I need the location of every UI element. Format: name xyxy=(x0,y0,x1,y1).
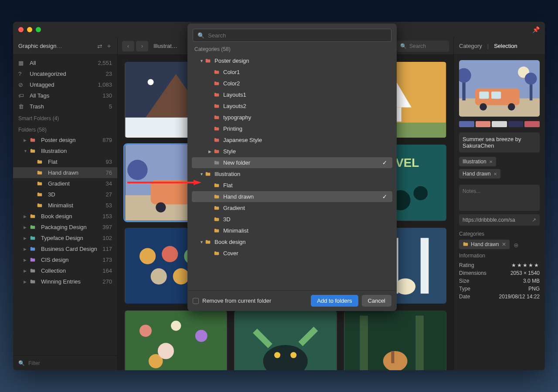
sidebar-folder-poster-design[interactable]: ▶ Poster design 879 xyxy=(13,135,117,145)
grid-icon: ▦ xyxy=(18,60,26,66)
modal-folder-minimalist[interactable]: Minimalist xyxy=(192,225,392,236)
add-to-folders-button[interactable]: Add to folders xyxy=(311,295,358,307)
modal-folder-book-design[interactable]: ▼ Book design xyxy=(192,237,392,247)
swap-icon[interactable]: ⇄ xyxy=(97,43,102,50)
color-swatch[interactable] xyxy=(459,121,474,127)
folder-icon xyxy=(37,203,44,209)
cancel-button[interactable]: Cancel xyxy=(362,295,391,307)
disclosure-icon[interactable]: ▶ xyxy=(24,214,28,219)
color-swatch[interactable] xyxy=(492,121,507,127)
sidebar-folder-typeface-design[interactable]: ▶ Typeface Design 102 xyxy=(13,233,117,243)
sidebar-item-all[interactable]: ▦ All 2,551 xyxy=(13,57,117,68)
disclosure-icon[interactable]: ▶ xyxy=(24,138,28,142)
svg-point-25 xyxy=(151,268,167,284)
sidebar-folder-3d[interactable]: 3D 27 xyxy=(13,189,117,200)
folder-icon xyxy=(214,149,221,155)
sidebar-folder-book-design[interactable]: ▶ Book design 153 xyxy=(13,211,117,222)
modal-folder-flat[interactable]: Flat xyxy=(192,180,392,191)
disclosure-icon[interactable]: ▶ xyxy=(24,225,28,230)
sidebar: ▦ All 2,551? Uncategorized 23⊘ Untagged … xyxy=(13,55,118,370)
modal-folder-typography[interactable]: typography xyxy=(192,112,392,123)
sidebar-filter[interactable]: 🔍 Filter xyxy=(13,355,117,370)
color-swatch[interactable] xyxy=(524,121,540,127)
folder-icon xyxy=(30,257,37,263)
notes-field[interactable]: Notes... xyxy=(459,185,540,211)
minimize-window-button[interactable] xyxy=(27,27,32,32)
disclosure-icon[interactable]: ▼ xyxy=(200,172,205,176)
tab-selection[interactable]: Selection xyxy=(494,43,517,49)
color-swatch[interactable] xyxy=(508,121,524,127)
remove-checkbox[interactable] xyxy=(193,298,199,304)
remove-category-icon[interactable]: ✕ xyxy=(502,241,506,247)
disclosure-icon[interactable]: ▶ xyxy=(24,280,28,284)
disclosure-icon[interactable]: ▶ xyxy=(24,247,28,251)
add-icon[interactable]: ＋ xyxy=(106,42,112,50)
folder-icon xyxy=(214,92,221,98)
disclosure-icon[interactable]: ▶ xyxy=(208,149,214,154)
category-chip[interactable]: Hand drawn ✕ xyxy=(459,240,510,249)
open-url-icon[interactable]: ↗ xyxy=(532,217,536,223)
sidebar-folder-minimalist[interactable]: Minimalist 53 xyxy=(13,200,117,211)
sidebar-item-trash[interactable]: 🗑 Trash 5 xyxy=(13,101,117,112)
modal-folder-style[interactable]: ▶ Style xyxy=(192,146,392,157)
nav-forward-button[interactable]: › xyxy=(136,41,148,51)
sidebar-folder-illustration[interactable]: ▼ Illustration xyxy=(13,145,117,156)
sidebar-folder-gradient[interactable]: Gradient 34 xyxy=(13,178,117,189)
modal-search-input[interactable] xyxy=(208,32,387,39)
tab-category[interactable]: Category xyxy=(459,43,482,49)
sidebar-item-untagged[interactable]: ⊘ Untagged 1,083 xyxy=(13,79,117,90)
thumbnail[interactable] xyxy=(344,311,446,370)
disclosure-icon[interactable]: ▶ xyxy=(24,236,28,240)
modal-folder-japanese-style[interactable]: Japanese Style xyxy=(192,135,392,145)
title-field[interactable]: Summer sea breeze by SakuraChen xyxy=(459,132,540,152)
sidebar-folder-hand-drawn[interactable]: Hand drawn 76 xyxy=(13,167,117,178)
library-switcher[interactable]: Graphic design … ⇄ ＋ xyxy=(13,37,118,54)
disclosure-icon[interactable]: ▼ xyxy=(24,149,28,153)
modal-search[interactable]: 🔍 xyxy=(193,29,391,42)
svg-rect-54 xyxy=(491,91,501,99)
modal-folder-3d[interactable]: 3D xyxy=(192,214,392,225)
add-category-button[interactable]: ⊕ xyxy=(514,242,519,249)
disclosure-icon[interactable]: ▼ xyxy=(200,59,205,63)
url-field[interactable]: https://dribbble.com/sa ↗ xyxy=(459,214,540,226)
modal-folder-color2[interactable]: Color2 xyxy=(192,78,392,89)
sidebar-item-uncategorized[interactable]: ? Uncategorized 23 xyxy=(13,68,117,79)
sidebar-folder-business-card-design[interactable]: ▶ Business Card Design 117 xyxy=(13,243,117,254)
modal-folder-hand-drawn[interactable]: Hand drawn ✓ xyxy=(192,191,392,202)
thumbnail[interactable] xyxy=(125,311,227,370)
pin-icon[interactable]: 📌 xyxy=(532,26,540,33)
sidebar-folder-collection[interactable]: ▶ Collection 164 xyxy=(13,265,117,276)
sidebar-folder-packaging-design[interactable]: ▶ Packaging Design 397 xyxy=(13,222,117,233)
nav-back-button[interactable]: ‹ xyxy=(122,41,134,51)
disclosure-icon[interactable]: ▼ xyxy=(200,240,205,244)
thumbnail[interactable] xyxy=(234,311,337,370)
categories-modal: 🔍 Categories (58) ▼ Poster design Color1… xyxy=(187,24,397,311)
modal-folder-poster-design[interactable]: ▼ Poster design xyxy=(192,55,392,66)
close-window-button[interactable] xyxy=(18,27,24,32)
zoom-window-button[interactable] xyxy=(36,27,41,32)
disclosure-icon[interactable]: ▶ xyxy=(24,269,28,273)
sidebar-folder-flat[interactable]: Flat 93 xyxy=(13,156,117,167)
toolbar-search[interactable]: 🔍 Search xyxy=(397,41,449,52)
sidebar-folder-winning-entries[interactable]: ▶ Winning Entries 270 xyxy=(13,276,117,287)
modal-folder-color1[interactable]: Color1 xyxy=(192,67,392,78)
color-swatch[interactable] xyxy=(476,121,491,127)
modal-folder-layouts1[interactable]: Layouts1 xyxy=(192,89,392,100)
modal-folder-layouts2[interactable]: Layouts2 xyxy=(192,101,392,112)
remove-tag-icon[interactable]: ✕ xyxy=(493,172,497,176)
disclosure-icon[interactable]: ▶ xyxy=(24,258,28,262)
url-text: https://dribbble.com/sa xyxy=(463,217,515,223)
remove-tag-icon[interactable]: ✕ xyxy=(489,159,493,164)
sidebar-folder-cis-design[interactable]: ▶ CIS design 173 xyxy=(13,254,117,265)
modal-folder-cover[interactable]: Cover xyxy=(192,248,392,259)
modal-folder-illustration[interactable]: ▼ Illustration xyxy=(192,169,392,179)
trash-icon: 🗑 xyxy=(18,103,26,110)
tag-chip[interactable]: Hand drawn✕ xyxy=(459,169,500,179)
tag-chip[interactable]: Illustration✕ xyxy=(459,157,496,166)
sidebar-item-all-tags[interactable]: 🏷 All Tags 130 xyxy=(13,90,117,101)
modal-folder-printing[interactable]: Printing xyxy=(192,123,392,134)
modal-folder-gradient[interactable]: Gradient xyxy=(192,203,392,213)
rating-stars[interactable]: ★★★★★ xyxy=(511,262,540,268)
folder-icon xyxy=(30,137,37,143)
modal-folder-new-folder[interactable]: New folder ✓ xyxy=(192,157,392,168)
